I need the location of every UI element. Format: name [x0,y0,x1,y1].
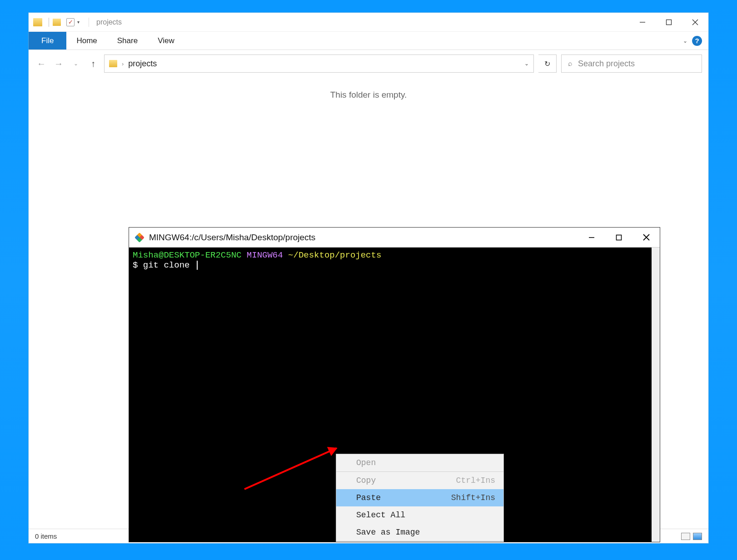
cursor [197,261,198,270]
context-menu-item-search[interactable]: SearchAlt+F3 [336,541,503,542]
ribbon-collapse-icon[interactable]: ⌄ [683,38,687,44]
explorer-content[interactable]: This folder is empty. MINGW64:/c/Users/M… [29,77,708,529]
terminal-titlebar[interactable]: MINGW64:/c/Users/Misha/Desktop/projects [129,228,660,248]
folder-icon [33,18,42,26]
context-menu-item-save-as-image[interactable]: Save as Image [336,524,503,541]
close-button[interactable] [682,13,708,31]
terminal-line-prompt: Misha@DESKTOP-ER2C5NC MINGW64 ~/Desktop/… [133,250,648,260]
prompt-path: ~/Desktop/projects [288,250,381,260]
prompt-user: Misha@DESKTOP-ER2C5NC [133,250,241,260]
file-explorer-window: ✓ ▾ projects File Home Share View ⌄ ? ← … [28,12,709,544]
terminal-close-button[interactable] [632,228,660,247]
context-menu-item-copy: CopyCtrl+Ins [336,472,503,489]
chevron-right-icon[interactable]: › [122,60,124,67]
prompt-symbol: $ [133,260,138,270]
svg-rect-5 [617,235,622,240]
navigation-row: ← → ⌄ ↑ › projects ⌄ ↻ ⌕ Search projects [29,50,708,77]
search-input[interactable]: ⌕ Search projects [561,55,702,73]
context-menu-label: Select All [356,510,405,520]
status-item-count: 0 items [35,532,57,540]
context-menu-item-select-all[interactable]: Select All [336,506,503,524]
nav-up-button[interactable]: ↑ [87,59,100,69]
ribbon-home-tab[interactable]: Home [66,32,107,50]
ribbon-tabs: File Home Share View ⌄ ? [29,32,708,50]
context-menu-item-paste[interactable]: PasteShift+Ins [336,489,503,506]
context-menu: OpenCopyCtrl+InsPasteShift+InsSelect All… [336,454,504,542]
nav-forward-button[interactable]: → [52,59,65,69]
ribbon-file-tab[interactable]: File [29,32,66,50]
ribbon-share-tab[interactable]: Share [107,32,148,50]
address-bar[interactable]: › projects ⌄ [104,55,534,73]
git-bash-icon [134,233,144,243]
search-icon: ⌕ [568,59,573,68]
context-menu-item-open: Open [336,454,503,471]
refresh-button[interactable]: ↻ [538,55,557,73]
separator [49,18,49,27]
address-dropdown-icon[interactable]: ⌄ [524,60,529,67]
context-menu-label: Paste [356,493,381,502]
nav-back-button[interactable]: ← [35,59,48,69]
ribbon-view-tab[interactable]: View [148,32,184,50]
git-bash-window: MINGW64:/c/Users/Misha/Desktop/projects … [129,227,660,542]
prompt-env: MINGW64 [247,250,283,260]
search-placeholder: Search projects [578,59,635,69]
terminal-minimize-button[interactable] [578,228,605,247]
empty-folder-message: This folder is empty. [330,90,407,100]
command-text: git clone [143,260,190,270]
address-path[interactable]: projects [128,59,157,69]
qat-properties-icon[interactable]: ✓ [66,18,75,26]
qat-dropdown-icon[interactable]: ▾ [77,20,80,25]
svg-rect-1 [667,20,672,25]
help-icon[interactable]: ? [692,36,702,46]
context-menu-label: Save as Image [356,528,420,537]
address-folder-icon [109,60,117,67]
annotation-arrow [244,447,337,490]
context-menu-label: Open [356,458,376,467]
terminal-body[interactable]: ▴ ▾ Misha@DESKTOP-ER2C5NC MINGW64 ~/Desk… [129,248,660,542]
separator [89,18,89,27]
context-menu-shortcut: Ctrl+Ins [456,476,495,485]
thumbnails-view-icon[interactable] [693,533,702,540]
nav-recent-dropdown[interactable]: ⌄ [70,60,82,67]
scrollbar-down-icon[interactable]: ▾ [652,535,659,541]
terminal-maximize-button[interactable] [605,228,632,247]
window-title: projects [96,18,122,26]
context-menu-shortcut: Shift+Ins [451,493,495,502]
qat-folder-icon[interactable] [53,19,61,26]
terminal-title: MINGW64:/c/Users/Misha/Desktop/projects [149,233,315,243]
context-menu-label: Copy [356,476,376,485]
explorer-titlebar[interactable]: ✓ ▾ projects [29,13,708,32]
minimize-button[interactable] [629,13,656,31]
scrollbar-up-icon[interactable]: ▴ [652,248,659,255]
terminal-line-command: $ git clone [133,260,648,270]
details-view-icon[interactable] [681,533,690,540]
maximize-button[interactable] [656,13,682,31]
